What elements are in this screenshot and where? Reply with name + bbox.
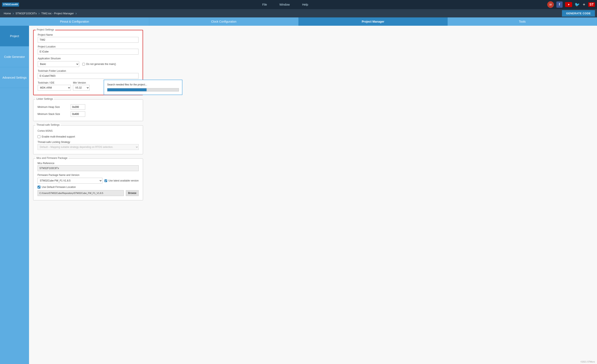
browse-button[interactable]: Browse: [126, 190, 139, 196]
search-popup: Search needed files for the project...: [104, 80, 182, 95]
firmware-path-row: Browse: [38, 190, 139, 196]
min-stack-input[interactable]: [71, 111, 85, 117]
menu-file[interactable]: File: [256, 0, 273, 9]
thread-settings-box: Thread-safe Settings Cortex-M3NS Enable …: [33, 125, 143, 154]
st-brand-icon: ST: [588, 2, 595, 7]
min-version-select[interactable]: V5.32: [73, 85, 90, 91]
mcu-firmware-box: Mcu and Firmware Package Mcu Reference F…: [33, 158, 143, 200]
do-not-generate-row: Do not generate the main(): [82, 63, 116, 65]
toolchain-folder-label: Toolchain Folder Location: [38, 70, 139, 72]
project-location-label: Project Location: [38, 45, 139, 48]
toolchain-folder-input[interactable]: [38, 73, 139, 79]
sidebar: Project Code Generator Advanced Settings: [0, 26, 29, 364]
tab-tools[interactable]: Tools: [448, 17, 597, 26]
breadcrumb-sep-3: ›: [75, 11, 77, 16]
breadcrumb-home[interactable]: Home: [2, 9, 13, 17]
search-progress-bar: [107, 88, 179, 91]
enable-multithread-row: Enable multi-threaded support: [38, 135, 139, 138]
min-heap-input[interactable]: [71, 104, 85, 110]
facebook-icon[interactable]: f: [556, 1, 563, 8]
project-name-label: Project Name: [38, 33, 139, 36]
tab-clock[interactable]: Clock Configuration: [149, 17, 298, 26]
enable-multithread-checkbox[interactable]: [38, 135, 40, 138]
linker-settings-title: Linker Settings: [35, 97, 54, 100]
version-icon: 10: [547, 1, 554, 8]
firmware-path-input[interactable]: [38, 190, 124, 196]
min-stack-label: Minimum Stack Size: [38, 113, 67, 116]
toolchain-ide-group: Toolchain / IDE MDK-ARM: [38, 81, 71, 91]
min-stack-row: Minimum Stack Size: [38, 111, 139, 117]
use-latest-checkbox[interactable]: [104, 179, 107, 182]
menu-window[interactable]: Window: [273, 0, 296, 9]
generate-code-button[interactable]: GENERATE CODE: [562, 10, 595, 16]
min-heap-row: Minimum Heap Size: [38, 104, 139, 110]
sidebar-item-code-generator[interactable]: Code Generator: [0, 47, 29, 67]
thread-settings-title: Thread-safe Settings: [35, 123, 61, 126]
content-area: Project Settings Project Name Project Lo…: [29, 26, 597, 364]
network-icon[interactable]: ✦: [582, 2, 586, 7]
mcu-reference-label: Mcu Reference: [38, 162, 139, 165]
locking-strategy-label: Thread-safe Locking Strategy: [38, 141, 139, 143]
logo-box: STM32CubeMX: [2, 2, 19, 7]
main-layout: Project Code Generator Advanced Settings…: [0, 26, 597, 364]
do-not-generate-label: Do not generate the main(): [86, 63, 116, 65]
toolchain-ide-label: Toolchain / IDE: [38, 81, 71, 84]
tab-pinout[interactable]: Pinout & Configuration: [0, 17, 149, 26]
copyright-text: ©2021 STMicro: [581, 361, 595, 363]
use-default-location-label: Use Default Firmware Location: [42, 186, 76, 189]
app-structure-row: Basic Do not generate the main(): [38, 61, 139, 67]
logo-stm32: STM32CubeMX: [3, 3, 18, 6]
menu-bar: STM32CubeMX File Window Help 10 f 🐦 ✦ ST: [0, 0, 597, 9]
twitter-icon[interactable]: 🐦: [575, 2, 580, 7]
project-location-input[interactable]: [38, 49, 139, 55]
linker-settings-box: Linker Settings Minimum Heap Size Minimu…: [33, 99, 143, 121]
min-heap-label: Minimum Heap Size: [38, 106, 67, 109]
firmware-pkg-label: Firmware Package Name and Version: [38, 174, 139, 176]
firmware-pkg-select[interactable]: STM32Cube FW_F1 V1.8.5: [38, 178, 102, 183]
breadcrumb-device[interactable]: STM32F103C8Tx: [14, 9, 39, 17]
mcu-reference-input: [38, 165, 139, 171]
mcu-firmware-title: Mcu and Firmware Package: [35, 157, 68, 159]
app-structure-label: Application Structure: [38, 57, 139, 60]
sidebar-item-project[interactable]: Project: [0, 26, 29, 47]
use-latest-row: Use latest available version: [104, 179, 139, 182]
tab-project-manager[interactable]: Project Manager: [298, 17, 448, 26]
search-progress-fill: [107, 88, 147, 91]
tab-bar: Pinout & Configuration Clock Configurati…: [0, 17, 597, 26]
firmware-pkg-row: STM32Cube FW_F1 V1.8.5 Use latest availa…: [38, 178, 139, 183]
breadcrumb-project[interactable]: TIM2.ioc - Project Manager: [39, 9, 75, 17]
menu-icons: 10 f 🐦 ✦ ST: [547, 1, 595, 8]
do-not-generate-checkbox[interactable]: [82, 63, 85, 65]
menu-help[interactable]: Help: [296, 0, 314, 9]
breadcrumb-bar: Home › STM32F103C8Tx › TIM2.ioc - Projec…: [0, 9, 597, 17]
toolchain-ide-select[interactable]: MDK-ARM: [38, 85, 71, 91]
use-default-location-checkbox[interactable]: [38, 186, 40, 189]
min-version-label: Min Version: [73, 81, 90, 84]
enable-multithread-label: Enable multi-threaded support: [42, 135, 75, 138]
min-version-group: Min Version V5.32: [73, 81, 90, 91]
app-structure-select[interactable]: Basic: [38, 61, 79, 67]
cpu-label: Cortex-M3NS: [38, 129, 139, 133]
project-name-input[interactable]: [38, 37, 139, 43]
menu-items: File Window Help: [23, 0, 547, 9]
use-latest-label: Use latest available version: [108, 179, 139, 182]
sidebar-item-advanced-settings[interactable]: Advanced Settings: [0, 67, 29, 88]
app-logo: STM32CubeMX: [2, 2, 19, 7]
search-popup-text: Search needed files for the project...: [107, 83, 179, 86]
project-settings-title: Project Settings: [36, 28, 55, 31]
locking-strategy-select[interactable]: Default – Mapping suitable strategy depe…: [38, 144, 139, 150]
youtube-icon[interactable]: [565, 2, 572, 7]
use-default-location-row: Use Default Firmware Location: [38, 186, 139, 189]
